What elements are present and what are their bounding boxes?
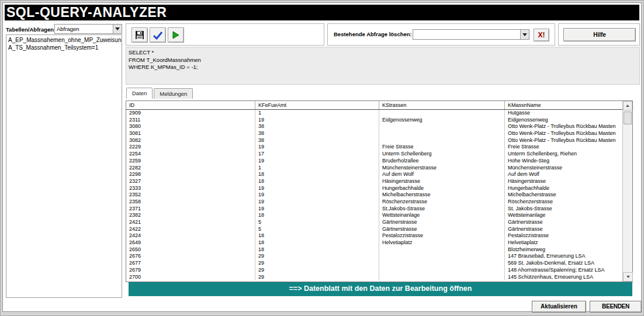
sql-line: FROM T_KoordMassnahmen — [129, 57, 637, 64]
table-cell: Helvetiaplatz — [379, 239, 505, 246]
table-row[interactable]: 238218WettsteinanlageWettsteinanlage — [126, 212, 622, 219]
table-row[interactable]: 265018Blotzheimerweg — [126, 246, 622, 254]
table-scrollbar[interactable] — [622, 101, 632, 282]
table-cell: Eidgenossenweg — [505, 117, 622, 124]
table-row[interactable]: 235219MichelbacherstrasseMichelbacherstr… — [126, 192, 622, 199]
table-cell: 18 — [255, 212, 379, 219]
table-cell: 29 — [255, 274, 379, 281]
tab-meldungen[interactable]: Meldungen — [154, 88, 193, 99]
table-cell: Michelbacherstrasse — [505, 192, 622, 199]
refresh-button[interactable]: Aktualisieren — [532, 301, 586, 312]
table-cell: 2676 — [126, 253, 255, 260]
table-row[interactable]: 231119EidgenossenwegEidgenossenweg — [126, 117, 622, 124]
table-cell: 2422 — [126, 226, 255, 233]
delete-query-button[interactable]: X! — [534, 29, 549, 41]
table-cell: Wettsteinanlage — [505, 212, 622, 219]
tables-queries-dropdown[interactable]: Abfragen — [54, 24, 122, 34]
app-frame: SQL-QUERY-ANALYZER Tabellen/Abfragen: Ab… — [0, 0, 644, 316]
table-row[interactable]: 308238Otto Wenk-Platz - Trolleybus Rückb… — [126, 137, 622, 144]
table-cell: 19 — [255, 158, 379, 165]
result-grid: IDKFeFueAmtKStrassenKMassnName 29091Hutg… — [126, 100, 633, 282]
table-cell: 2254 — [126, 151, 255, 158]
table-row[interactable]: 29091Hutgasse — [126, 110, 622, 117]
table-row[interactable]: 24215GärtnerstrasseGärtnerstrasse — [126, 219, 622, 226]
table-cell: 2649 — [126, 239, 255, 246]
delete-query-dropdown-value — [413, 30, 520, 39]
scroll-down-button[interactable] — [623, 272, 633, 282]
column-header[interactable]: ID — [126, 101, 255, 109]
table-cell: 2700 — [126, 274, 255, 281]
table-cell: 18 — [255, 232, 379, 239]
table-row[interactable]: 267929148 Ahornstrasse/Spalenring; Ersat… — [126, 267, 622, 274]
table-cell — [379, 260, 505, 267]
table-cell: Hungerbachhalde — [379, 185, 505, 192]
table-cell: Gärtnerstrasse — [505, 219, 622, 226]
table-row[interactable]: 233319HungerbachhaldeHungerbachhalde — [126, 185, 622, 192]
table-cell: 2382 — [126, 212, 255, 219]
table-row[interactable]: 222919Freie StrasseFreie Strasse — [126, 144, 622, 151]
run-query-button[interactable] — [168, 27, 184, 43]
scrollbar-thumb[interactable] — [624, 112, 632, 124]
table-cell: Otto Wenk-Platz - Trolleybus Rückbau Mas… — [505, 123, 622, 130]
exit-button[interactable]: BEENDEN — [590, 301, 642, 312]
column-header[interactable]: KFeFueAmt — [255, 101, 379, 109]
table-row[interactable]: 237119St.Jakobs-StrasseSt. Jakobs-Strass… — [126, 206, 622, 213]
table-cell: Häsingerstrasse — [505, 178, 622, 185]
validate-query-button[interactable] — [150, 27, 166, 43]
open-datasheet-banner[interactable]: ==> Datenblatt mit den Daten zur Bearbei… — [129, 282, 632, 296]
table-row[interactable]: 267729569 St. Jakobs-Denkmal, Ersatz LSA — [126, 260, 622, 267]
tab-bar: DatenMeldungen — [126, 88, 194, 99]
table-cell: Hungerbachhalde — [505, 185, 622, 192]
table-row[interactable]: 308138Otto Wenk-Platz - Trolleybus Rückb… — [126, 130, 622, 137]
help-button[interactable]: Hilfe — [563, 28, 636, 41]
dropdown-arrow-button[interactable] — [113, 25, 122, 33]
table-row[interactable]: 24225GärtnerstrasseGärtnerstrasse — [126, 226, 622, 233]
table-cell: Unterm Schellenberg — [379, 151, 505, 158]
table-row[interactable]: 264918HelvetiaplatzHelvetiaplatz — [126, 239, 622, 246]
sql-editor[interactable]: SELECT *FROM T_KoordMassnahmenWHERE K_MP… — [126, 47, 640, 85]
scroll-up-button[interactable] — [623, 101, 632, 110]
table-row[interactable]: 235819RöschenzerstrasseRöschenzerstrasse — [126, 199, 622, 206]
table-row[interactable]: 225417Unterm SchellenbergUnterm Schellen… — [126, 151, 622, 158]
delete-query-label: Bestehende Abfrage löschen: — [334, 31, 412, 37]
table-cell: 38 — [255, 130, 379, 137]
table-row[interactable]: 225919BruderholzalleeHohe Winde-Steg — [126, 158, 622, 165]
table-row[interactable]: 270029145 Schützenhaus, Erneuerung LSA — [126, 274, 622, 281]
table-cell — [379, 267, 505, 274]
table-cell: 2679 — [126, 267, 255, 274]
table-cell: 18 — [255, 246, 379, 254]
table-cell: 1 — [255, 165, 379, 172]
tables-queries-list[interactable]: A_EP_Massnahemen_ohne_MP_ZuweisungA_TS_M… — [6, 34, 122, 298]
table-cell — [379, 274, 505, 281]
table-row[interactable]: 267629147 Brausebad, Erneuerung LSA — [126, 253, 622, 260]
column-header[interactable]: KMassnName — [505, 101, 622, 109]
table-row[interactable]: 242418PestalozzistrassePestalozzistrasse — [126, 232, 622, 239]
table-row[interactable]: 232718HäsingerstrasseHäsingerstrasse — [126, 178, 622, 185]
app-window: SQL-QUERY-ANALYZER Tabellen/Abfragen: Ab… — [2, 2, 642, 312]
delete-query-dropdown[interactable] — [413, 29, 529, 40]
table-cell: Bruderholzallee — [379, 158, 505, 165]
table-cell: Helvetiaplatz — [505, 239, 622, 246]
table-row[interactable]: 22821MünchensteinerstrasseMünchensteiner… — [126, 165, 622, 172]
table-cell: 147 Brausebad, Erneuerung LSA — [505, 253, 622, 260]
tab-daten[interactable]: Daten — [126, 88, 153, 99]
table-cell: St.Jakobs-Strasse — [379, 206, 505, 213]
table-row[interactable]: 229818Auf dem WolfAuf dem Wolf — [126, 171, 622, 178]
table-cell: 18 — [255, 171, 379, 178]
table-cell: Auf dem Wolf — [379, 171, 505, 178]
list-item[interactable]: A_EP_Massnahemen_ohne_MP_Zuweisung — [6, 36, 122, 44]
sql-line: WHERE K_MPMas_ID = -1; — [129, 64, 637, 71]
list-item[interactable]: A_TS_Massnahmen_Teilsystem=1 — [6, 44, 122, 51]
table-cell: Röschenzerstrasse — [505, 199, 622, 206]
table-cell: 145 Schützenhaus, Erneuerung LSA — [505, 274, 622, 281]
table-cell: Münchensteinerstrasse — [505, 165, 622, 172]
table-cell: 569 St. Jakobs-Denkmal, Ersatz LSA — [505, 260, 622, 267]
table-cell — [379, 253, 505, 260]
table-cell: Häsingerstrasse — [379, 178, 505, 185]
table-cell: Freie Strasse — [379, 144, 505, 151]
dropdown-arrow-button[interactable] — [520, 30, 529, 39]
save-query-button[interactable] — [131, 27, 148, 43]
table-row[interactable]: 308038Otto Wenk-Platz - Trolleybus Rückb… — [126, 123, 622, 130]
table-cell: 19 — [255, 206, 379, 213]
column-header[interactable]: KStrassen — [379, 101, 505, 109]
